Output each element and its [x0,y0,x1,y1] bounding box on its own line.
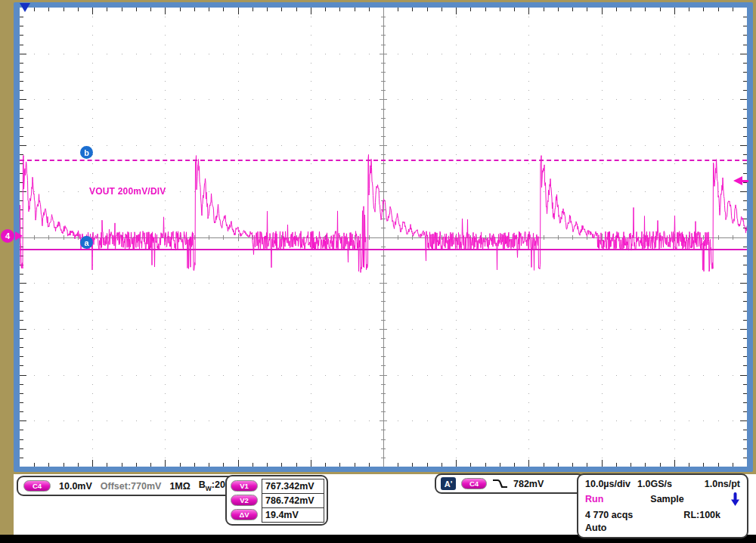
trigger-level-marker[interactable] [733,176,748,185]
trigger-ready-arrow-icon [730,492,740,507]
trigger-level-arrow-icon [733,176,742,185]
trigger-level-value: 782mV [513,479,544,489]
acquisition-state: Run [585,494,603,504]
timebase-row-1: 10.0µs/div 1.0GS/s 1.0ns/pt [585,479,740,489]
cursor-b-line[interactable] [20,160,747,161]
trigger-position-marker-icon[interactable] [20,3,30,12]
timebase-row-2: Run Sample [585,492,740,507]
v1-badge: V1 [231,480,258,492]
dv-value: 19.4mV [262,507,324,523]
trigger-level-arrow-tail [742,180,748,182]
trace-annotation: VOUT 200mV/DIV [89,186,166,197]
timebase-row-4: Auto [585,523,740,533]
channel-offset: Offset:770mV [101,481,162,492]
trigger-source-badge: C4 [461,478,487,489]
v1-value: 767.342mV [262,479,324,494]
measure-row-v1: V1 767.342mV [231,479,324,493]
channel-impedance: 1MΩ [169,481,190,492]
measure-row-dv: ΔV 19.4mV [231,507,324,522]
v2-badge: V2 [231,495,258,506]
cursor-measure-box[interactable]: V1 767.342mV V2 786.742mV ΔV 19.4mV [225,475,328,526]
record-length: RL:100k [683,510,720,520]
acquisition-count: 4 770 acqs [585,510,633,520]
trigger-mode: Auto [585,523,606,533]
trigger-a-badge: A' [441,477,456,490]
channel-descriptor-box[interactable]: C4 10.0mV Offset:770mV 1MΩ BW:20.0M [17,476,237,496]
cursor-a-line[interactable] [20,249,747,250]
channel-scale: 10.0mV [59,481,92,492]
cursor-a-handle[interactable]: a [80,236,93,249]
timebase-box[interactable]: 10.0µs/div 1.0GS/s 1.0ns/pt Run Sample 4… [577,473,748,538]
timebase-row-3: 4 770 acqs RL:100k [585,510,740,520]
channel-4-arrow-icon [15,231,23,240]
channel-badge: C4 [23,480,51,492]
oscilloscope-screen: 4 b a VOUT 200mV/DIV C4 10.0mV Offset:77… [0,0,756,543]
channel-4-marker[interactable]: 4 [1,229,14,243]
sample-rate: 1.0GS/s [637,479,672,489]
time-per-div: 10.0µs/div [585,479,631,489]
cursor-b-handle[interactable]: b [80,146,93,159]
acquisition-mode: Sample [650,494,683,504]
trigger-descriptor-box[interactable]: A' C4 782mV [435,473,584,494]
dv-badge: ΔV [231,509,258,520]
time-per-point: 1.0ns/pt [705,479,740,489]
falling-edge-icon [492,478,508,489]
v2-value: 786.742mV [262,493,324,508]
measure-row-v2: V2 786.742mV [231,493,324,507]
graticule-canvas [20,8,747,467]
